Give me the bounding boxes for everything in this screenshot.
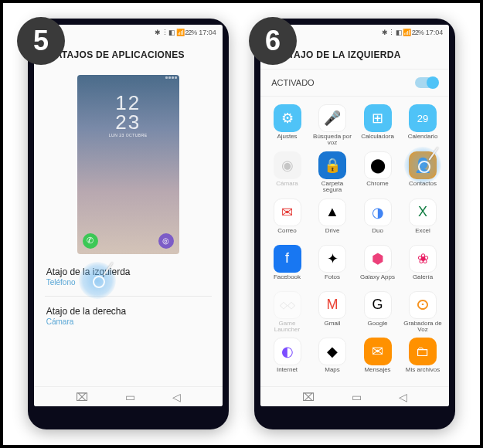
- nav-recent-icon[interactable]: ⌧: [302, 391, 315, 403]
- app-búsqueda-por-voz[interactable]: 🎤Búsqueda por voz: [311, 104, 355, 147]
- app-label: Game Launcher: [267, 321, 308, 334]
- app-facebook[interactable]: fFacebook: [265, 245, 309, 287]
- screen: ✱ ⋮ ◧ 📶 22% 17:04 ‹ ATAJO DE LA IZQUIERD…: [260, 25, 449, 406]
- app-icon: ▲: [318, 199, 346, 226]
- app-label: Excel: [415, 228, 430, 240]
- app-icon: G: [364, 291, 392, 319]
- app-label: Galaxy Apps: [360, 274, 395, 287]
- camera-shortcut-icon[interactable]: [158, 233, 174, 249]
- app-icon: 🗀: [409, 338, 437, 365]
- app-label: Galería: [413, 274, 433, 287]
- activated-label: ACTIVADO: [271, 78, 314, 87]
- app-icon: 29: [409, 104, 437, 132]
- app-label: Correo: [277, 228, 296, 240]
- app-duo[interactable]: ◑Duo: [355, 199, 400, 240]
- app-chrome[interactable]: ⬤Chrome: [355, 151, 400, 194]
- app-icon: 🔒: [318, 151, 346, 179]
- app-icon: ◆: [318, 338, 346, 365]
- app-google[interactable]: GGoogle: [355, 291, 400, 334]
- app-excel[interactable]: XExcel: [401, 199, 445, 240]
- app-label: Cámara: [276, 181, 298, 193]
- app-icon: ⵙ: [409, 291, 437, 319]
- option-title: Atajo de la izquierda: [46, 266, 210, 277]
- app-label: Ajustes: [277, 134, 297, 146]
- app-label: Chrome: [366, 181, 388, 193]
- option-sub: Teléfono: [46, 278, 210, 287]
- app-calculadora[interactable]: ⊞Calculadora: [355, 104, 400, 147]
- clock-time: 12 23: [77, 93, 179, 131]
- nav-bar: ⌧ ▭ ◁: [260, 386, 449, 406]
- status-time: 17:04: [199, 29, 216, 36]
- app-maps[interactable]: ◆Maps: [311, 338, 355, 379]
- app-label: Grabadora de Voz: [402, 321, 444, 334]
- activated-row: ACTIVADO: [260, 69, 449, 97]
- tap-highlight: [404, 147, 441, 184]
- app-label: Drive: [325, 228, 340, 240]
- app-carpeta-segura[interactable]: 🔒Carpeta segura: [311, 151, 355, 194]
- app-icon: ✦: [318, 245, 346, 273]
- app-internet[interactable]: ◐Internet: [265, 338, 309, 379]
- app-icon: ◑: [364, 199, 392, 226]
- app-icon: M: [318, 291, 346, 319]
- clock-date: LUN 23 OCTUBRE: [77, 134, 179, 137]
- instruction-frame: 5 6 ✱ ⋮ ◧ 📶 22% 17:04 ‹ ATAJOS DE APLICA…: [0, 0, 483, 448]
- app-grid[interactable]: ⚙Ajustes🎤Búsqueda por voz⊞Calculadora29C…: [260, 97, 449, 382]
- app-gmail[interactable]: MGmail: [311, 291, 355, 334]
- phone-step-6: ✱ ⋮ ◧ 📶 22% 17:04 ‹ ATAJO DE LA IZQUIERD…: [254, 19, 455, 429]
- nav-home-icon[interactable]: ▭: [352, 391, 362, 403]
- app-correo[interactable]: ✉Correo: [265, 199, 309, 240]
- status-icons: ✱ ⋮ ◧ 📶 22%: [155, 29, 196, 36]
- activated-toggle[interactable]: [415, 77, 438, 88]
- lockscreen-clock: 12 23 LUN 23 OCTUBRE: [77, 93, 179, 137]
- app-fotos[interactable]: ✦Fotos: [311, 245, 355, 287]
- app-drive[interactable]: ▲Drive: [311, 199, 355, 240]
- app-mensajes[interactable]: ✉Mensajes: [355, 338, 400, 379]
- phone-step-5: ✱ ⋮ ◧ 📶 22% 17:04 ‹ ATAJOS DE APLICACION…: [28, 19, 229, 429]
- step-badge-5: 5: [17, 17, 65, 65]
- nav-bar: ⌧ ▭ ◁: [34, 386, 223, 406]
- app-label: Google: [368, 321, 388, 333]
- app-cámara: ◉Cámara: [265, 151, 309, 194]
- app-mis-archivos[interactable]: 🗀Mis archivos: [401, 338, 445, 379]
- app-icon: f: [274, 245, 301, 273]
- app-label: Facebook: [274, 274, 301, 287]
- status-time: 17:04: [426, 29, 444, 36]
- app-icon: ⊞: [364, 104, 392, 132]
- app-grabadora-de-voz[interactable]: ⵙGrabadora de Voz: [401, 291, 445, 334]
- app-icon: ⬢: [364, 245, 392, 273]
- app-icon: 🎤: [318, 104, 346, 132]
- app-label: Duo: [372, 228, 383, 240]
- app-contactos[interactable]: 👤Contactos: [401, 151, 445, 194]
- app-icon: ❀: [409, 245, 437, 273]
- app-label: Contactos: [409, 181, 437, 193]
- app-icon: ✉: [364, 338, 392, 365]
- app-galería[interactable]: ❀Galería: [401, 245, 445, 287]
- app-icon: ✉: [274, 199, 301, 226]
- app-icon: ⬤: [364, 151, 392, 179]
- option-sub: Cámara: [46, 317, 210, 326]
- app-galaxy-apps[interactable]: ⬢Galaxy Apps: [355, 245, 400, 287]
- status-icons: ✱ ⋮ ◧ 📶 22%: [382, 29, 423, 36]
- app-label: Maps: [325, 367, 340, 379]
- app-ajustes[interactable]: ⚙Ajustes: [265, 104, 309, 147]
- right-shortcut-option[interactable]: Atajo de la derecha Cámara: [45, 297, 212, 335]
- nav-home-icon[interactable]: ▭: [125, 391, 135, 403]
- app-label: Mis archivos: [406, 367, 440, 379]
- phone-shortcut-icon[interactable]: [83, 233, 98, 249]
- nav-recent-icon[interactable]: ⌧: [76, 391, 88, 403]
- app-icon: ◉: [274, 151, 301, 179]
- nav-back-icon[interactable]: ◁: [172, 391, 181, 403]
- app-icon: ◐: [274, 338, 301, 365]
- left-shortcut-option[interactable]: Atajo de la izquierda Teléfono: [45, 257, 212, 297]
- app-label: Búsqueda por voz: [311, 134, 353, 147]
- app-label: Mensajes: [364, 367, 390, 379]
- header-title: ATAJO DE LA IZQUIERDA: [282, 49, 400, 60]
- app-icon: X: [409, 199, 437, 226]
- app-calendario[interactable]: 29Calendario: [401, 104, 445, 147]
- app-label: Calculadora: [361, 134, 394, 146]
- app-label: Carpeta segura: [311, 181, 353, 194]
- app-icon: ⚙: [274, 104, 301, 132]
- app-label: Gmail: [325, 321, 341, 333]
- app-label: Internet: [277, 367, 298, 379]
- nav-back-icon[interactable]: ◁: [399, 391, 407, 403]
